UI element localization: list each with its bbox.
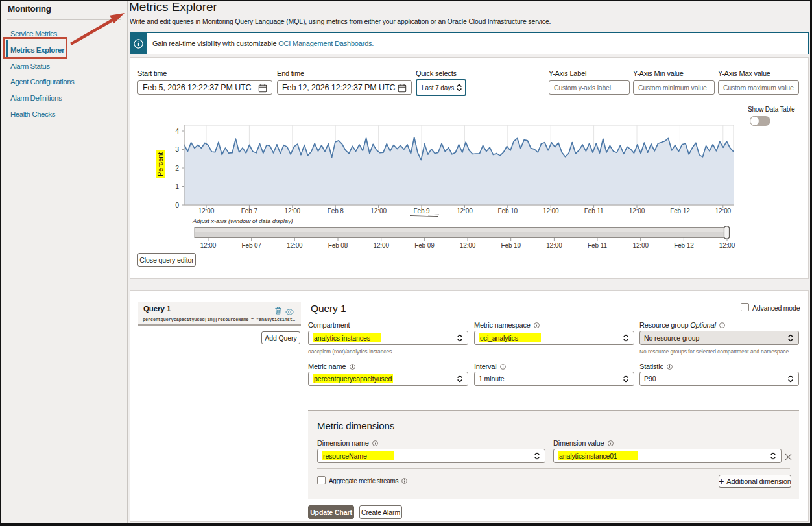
svg-text:12:00: 12:00 [632,242,649,249]
svg-text:Feb 12: Feb 12 [674,242,694,249]
svg-text:12:00: 12:00 [546,242,562,249]
svg-text:0: 0 [175,201,179,209]
svg-text:12:00: 12:00 [457,208,473,215]
svg-text:Feb 07: Feb 07 [241,242,261,249]
svg-text:Feb 11: Feb 11 [584,208,604,215]
svg-text:Feb 11: Feb 11 [588,242,607,249]
svg-text:1: 1 [175,182,179,190]
svg-text:Feb 9: Feb 9 [413,208,430,215]
svg-text:12:00: 12:00 [719,242,735,249]
svg-text:2: 2 [175,164,179,172]
svg-text:12:00: 12:00 [200,242,217,249]
svg-text:12:00: 12:00 [373,242,389,249]
svg-text:12:00: 12:00 [285,208,301,215]
svg-text:12:00: 12:00 [460,242,476,249]
svg-text:12:00: 12:00 [287,242,303,249]
svg-text:Feb 12: Feb 12 [670,208,690,215]
svg-text:12:00: 12:00 [715,208,732,215]
svg-text:3: 3 [175,145,179,153]
svg-text:12:00: 12:00 [543,208,559,215]
svg-text:Feb 09: Feb 09 [414,242,435,249]
svg-text:12:00: 12:00 [370,208,387,215]
svg-text:Feb 10: Feb 10 [498,208,518,215]
svg-text:Feb 7: Feb 7 [241,208,258,215]
svg-text:Adjust x-axis (window of data: Adjust x-axis (window of data display) [192,217,293,224]
svg-text:4: 4 [175,127,179,135]
svg-text:Feb 10: Feb 10 [501,242,521,249]
svg-text:Feb 08: Feb 08 [328,242,348,249]
svg-text:Feb 8: Feb 8 [328,208,344,215]
svg-text:12:00: 12:00 [629,208,645,215]
svg-text:12:00: 12:00 [198,208,215,215]
